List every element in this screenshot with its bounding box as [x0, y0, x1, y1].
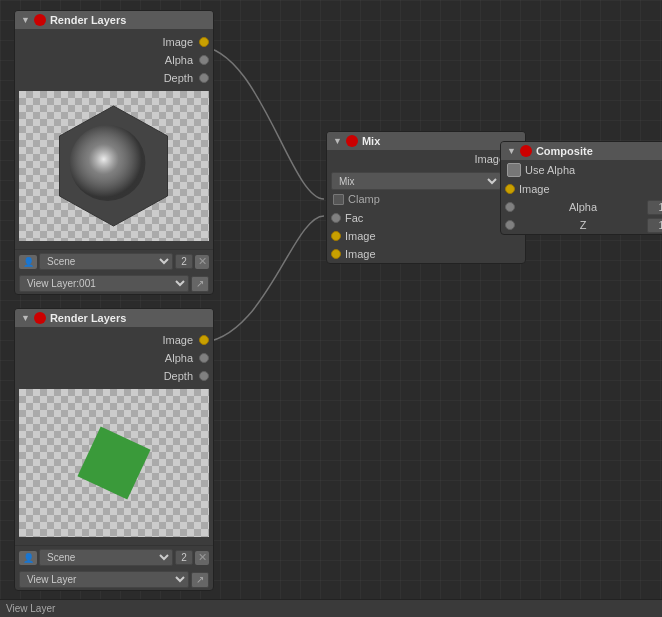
- render-layers-title-2: Render Layers: [50, 312, 207, 324]
- composite-node: ▼ Composite Use Alpha Image Alpha Z: [500, 141, 662, 235]
- composite-image-row: Image: [501, 180, 662, 198]
- output-alpha-socket-1[interactable]: [199, 55, 209, 65]
- mix-fac-row: Fac: [327, 209, 525, 227]
- scene-icon-1: 👤: [19, 255, 37, 269]
- scene-select-2[interactable]: Scene: [39, 549, 173, 566]
- mix-image2-socket[interactable]: [331, 249, 341, 259]
- composite-image-label: Image: [519, 183, 550, 195]
- view-layer-row-2: View Layer ↗: [15, 569, 213, 590]
- scene-footer-2: 👤 Scene 2 ✕: [15, 545, 213, 569]
- use-alpha-row: Use Alpha: [501, 160, 662, 180]
- view-layer-select-1[interactable]: View Layer:001: [19, 275, 189, 292]
- output-image-label-2: Image: [162, 334, 193, 346]
- collapse-arrow-2[interactable]: ▼: [21, 313, 30, 323]
- composite-header: ▼ Composite: [501, 142, 662, 160]
- render-layers-icon-1: [34, 14, 46, 26]
- mix-output-row: Image: [327, 150, 525, 168]
- output-depth-socket-1[interactable]: [199, 73, 209, 83]
- output-image-label-1: Image: [162, 36, 193, 48]
- mix-image1-row: Image: [327, 227, 525, 245]
- status-text: View Layer: [6, 603, 55, 614]
- svg-point-1: [70, 125, 146, 201]
- composite-alpha-label: Alpha: [569, 201, 597, 213]
- render-layers-node-1: ▼ Render Layers Image Alpha Depth: [14, 10, 214, 295]
- use-alpha-label: Use Alpha: [525, 164, 575, 176]
- composite-alpha-socket[interactable]: [505, 202, 515, 212]
- render-layers-title-1: Render Layers: [50, 14, 207, 26]
- output-depth-row-2: Depth: [15, 367, 213, 385]
- output-depth-label-1: Depth: [164, 72, 193, 84]
- mix-icon: [346, 135, 358, 147]
- collapse-arrow-1[interactable]: ▼: [21, 15, 30, 25]
- scene-close-1[interactable]: ✕: [195, 255, 209, 269]
- mix-collapse-arrow[interactable]: ▼: [333, 136, 342, 146]
- composite-collapse-arrow[interactable]: ▼: [507, 146, 516, 156]
- preview-area-2: [19, 389, 209, 537]
- clamp-row: Clamp: [331, 193, 521, 205]
- preview-area-1: [19, 91, 209, 241]
- output-depth-row-1: Depth: [15, 69, 213, 87]
- view-layer-row-1: View Layer:001 ↗: [15, 273, 213, 294]
- output-alpha-row-2: Alpha: [15, 349, 213, 367]
- render-layers-header-1: ▼ Render Layers: [15, 11, 213, 29]
- mix-header: ▼ Mix: [327, 132, 525, 150]
- mix-controls: Mix ⊞ Clamp: [327, 168, 525, 209]
- scene-select-1[interactable]: Scene: [39, 253, 173, 270]
- scene-num-2: 2: [175, 550, 193, 565]
- composite-image-socket[interactable]: [505, 184, 515, 194]
- composite-z-row: Z: [501, 216, 662, 234]
- mix-image1-socket[interactable]: [331, 231, 341, 241]
- output-image-row-1: Image: [15, 33, 213, 51]
- view-layer-btn-1[interactable]: ↗: [191, 276, 209, 292]
- output-image-row-2: Image: [15, 331, 213, 349]
- composite-icon: [520, 145, 532, 157]
- output-image-socket-2[interactable]: [199, 335, 209, 345]
- render-layers-icon-2: [34, 312, 46, 324]
- output-alpha-label-1: Alpha: [165, 54, 193, 66]
- view-layer-select-2[interactable]: View Layer: [19, 571, 189, 588]
- output-alpha-socket-2[interactable]: [199, 353, 209, 363]
- mix-fac-label: Fac: [345, 212, 363, 224]
- mix-image2-row: Image: [327, 245, 525, 263]
- output-depth-label-2: Depth: [164, 370, 193, 382]
- mix-image2-label: Image: [345, 248, 376, 260]
- render-layers-node-2: ▼ Render Layers Image Alpha Depth 👤 Scen…: [14, 308, 214, 591]
- mix-image1-label: Image: [345, 230, 376, 242]
- clamp-label: Clamp: [348, 193, 380, 205]
- mix-select-row: Mix ⊞: [331, 172, 521, 190]
- scene-close-2[interactable]: ✕: [195, 551, 209, 565]
- render-layers-header-2: ▼ Render Layers: [15, 309, 213, 327]
- render-layers-body-2: Image Alpha Depth: [15, 327, 213, 545]
- use-alpha-checkbox[interactable]: [507, 163, 521, 177]
- render-layers-body-1: Image Alpha Depth: [15, 29, 213, 249]
- scene-num-1: 2: [175, 254, 193, 269]
- output-image-socket-1[interactable]: [199, 37, 209, 47]
- view-layer-btn-2[interactable]: ↗: [191, 572, 209, 588]
- scene-icon-2: 👤: [19, 551, 37, 565]
- composite-z-socket[interactable]: [505, 220, 515, 230]
- output-depth-socket-2[interactable]: [199, 371, 209, 381]
- composite-z-value[interactable]: [647, 218, 662, 233]
- composite-title: Composite: [536, 145, 662, 157]
- mix-blend-select[interactable]: Mix: [331, 172, 501, 190]
- mix-fac-socket[interactable]: [331, 213, 341, 223]
- composite-alpha-row: Alpha: [501, 198, 662, 216]
- mix-node: ▼ Mix Image Mix ⊞ Clamp Fac Image Image: [326, 131, 526, 264]
- composite-z-label: Z: [580, 219, 587, 231]
- status-bar: View Layer: [0, 599, 662, 617]
- scene-footer-1: 👤 Scene 2 ✕: [15, 249, 213, 273]
- output-alpha-label-2: Alpha: [165, 352, 193, 364]
- composite-alpha-value[interactable]: [647, 200, 662, 215]
- mix-title: Mix: [362, 135, 519, 147]
- clamp-checkbox[interactable]: [333, 194, 344, 205]
- output-alpha-row-1: Alpha: [15, 51, 213, 69]
